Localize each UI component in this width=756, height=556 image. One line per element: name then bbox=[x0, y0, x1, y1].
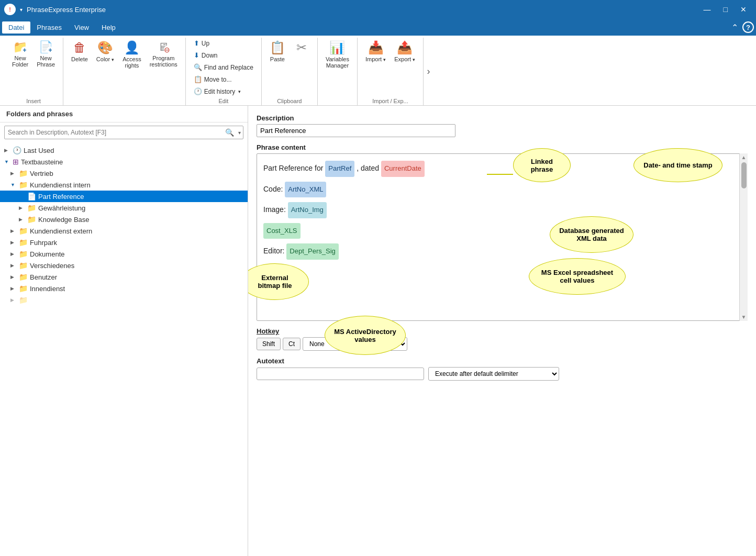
delete-button[interactable]: 🗑 Delete bbox=[68, 38, 92, 65]
part-ref-tag: PartRef bbox=[325, 161, 354, 177]
edit-main-group-items: 🗑 Delete 🎨 Color ▾ 👤 Accessrights 🖥 ⊖ Pr… bbox=[68, 38, 181, 103]
autotext-row: Execute after default delimiter bbox=[257, 367, 748, 381]
import-button[interactable]: 📥 Import ▾ bbox=[362, 38, 390, 65]
tree-label-gewahrleistung: Gewährleistung bbox=[38, 204, 85, 212]
hotkey-shift-button[interactable]: Shift bbox=[257, 338, 281, 350]
callout-ms-excel: MS Excel spreadsheetcell values bbox=[529, 258, 626, 295]
import-export-group-label: Import / Exp... bbox=[362, 97, 419, 105]
edit-history-icon: 🕐 bbox=[194, 87, 202, 95]
sidebar-search-bar[interactable]: 🔍 ▾ bbox=[4, 126, 243, 139]
help-icon[interactable]: ? bbox=[742, 21, 754, 33]
phrase-text-1: Part Reference for bbox=[263, 164, 325, 172]
tree-arrow-dokumente: ▶ bbox=[10, 251, 17, 257]
move-to-button[interactable]: 📋 Move to... bbox=[190, 74, 257, 85]
folder-icon-kundendienst-extern: 📁 bbox=[19, 227, 28, 235]
hotkey-ctrl-button[interactable]: Ct bbox=[283, 338, 301, 350]
tree-label-fuhrpark: Fuhrpark bbox=[30, 239, 57, 247]
tree-item-verschiedenes[interactable]: ▶ 📁 Verschiedenes bbox=[0, 260, 248, 271]
collapse-ribbon-icon[interactable]: ⌃ bbox=[731, 23, 738, 32]
menu-help[interactable]: Help bbox=[95, 21, 122, 34]
tree-item-part-reference[interactable]: 📄 Part Reference bbox=[0, 191, 248, 202]
folder-icon-benutzer: 📁 bbox=[19, 273, 28, 281]
variables-manager-label: VariablesManager bbox=[326, 56, 349, 69]
search-icon[interactable]: 🔍 bbox=[223, 126, 236, 139]
paste-button[interactable]: 📋 Paste bbox=[266, 38, 289, 65]
access-rights-icon: 👤 bbox=[124, 40, 140, 55]
up-button[interactable]: ⬆ Up bbox=[190, 38, 257, 49]
tree-label-kundendienst-extern: Kundendienst extern bbox=[30, 227, 92, 235]
tree-arrow-fuhrpark: ▶ bbox=[10, 240, 17, 245]
clock-icon: 🕐 bbox=[13, 146, 21, 154]
tree-item-extra[interactable]: ▶ 📁 bbox=[0, 294, 248, 306]
new-phrase-button[interactable]: 📄 + NewPhrase bbox=[33, 38, 59, 70]
phrase-text-2: , dated bbox=[357, 164, 381, 172]
description-input[interactable] bbox=[257, 124, 455, 137]
phrase-line-2: Code: ArtNo_XML bbox=[263, 181, 735, 198]
variables-manager-icon: 📊 bbox=[329, 40, 345, 55]
tree-item-dokumente[interactable]: ▶ 📁 Dokumente bbox=[0, 248, 248, 260]
menu-phrases[interactable]: Phrases bbox=[30, 21, 68, 34]
search-input[interactable] bbox=[5, 127, 223, 138]
export-button[interactable]: 📤 Export ▾ bbox=[391, 38, 419, 65]
scrollbar[interactable]: ▲ ▼ bbox=[739, 153, 748, 321]
menu-view[interactable]: View bbox=[68, 21, 95, 34]
tree-item-fuhrpark[interactable]: ▶ 📁 Fuhrpark bbox=[0, 237, 248, 248]
tree-item-gewahrleistung[interactable]: ▶ 📁 Gewährleistung bbox=[0, 202, 248, 214]
autotext-input[interactable] bbox=[257, 368, 424, 380]
access-rights-button[interactable]: 👤 Accessrights bbox=[119, 38, 144, 71]
access-rights-label: Accessrights bbox=[123, 56, 141, 69]
paste-label: Paste bbox=[270, 56, 285, 62]
tree-item-kundendienst-intern[interactable]: ▼ 📁 Kundendienst intern bbox=[0, 179, 248, 191]
tree-item-knowledge-base[interactable]: ▶ 📁 Knowledge Base bbox=[0, 214, 248, 225]
ribbon-group-clipboard: 📋 Paste ✂ Clipboard bbox=[262, 38, 318, 105]
folder-icon-verschiedenes: 📁 bbox=[19, 261, 28, 270]
close-button[interactable]: ✕ bbox=[735, 3, 752, 16]
dept-pers-sig-tag: Dept_Pers_Sig bbox=[286, 243, 338, 260]
phrase-line-3: Image: ArtNo_Img bbox=[263, 202, 735, 218]
menu-datei[interactable]: Datei bbox=[2, 21, 30, 34]
tree-label-textbausteine: Textbausteine bbox=[21, 158, 63, 166]
up-icon: ⬆ bbox=[194, 39, 199, 47]
app-title: PhraseExpress Enterprise bbox=[27, 6, 694, 14]
delete-icon: 🗑 bbox=[73, 40, 86, 55]
search-dropdown-icon[interactable]: ▾ bbox=[236, 128, 243, 138]
program-restrictions-button[interactable]: 🖥 ⊖ Programrestrictions bbox=[146, 38, 181, 70]
down-button[interactable]: ⬇ Down bbox=[190, 50, 257, 61]
autotext-section: Autotext Execute after default delimiter bbox=[257, 357, 748, 381]
folder-icon-extra: 📁 bbox=[19, 296, 28, 304]
color-button[interactable]: 🎨 Color ▾ bbox=[93, 38, 118, 65]
window-controls: — □ ✕ bbox=[698, 3, 752, 16]
tree-item-vertrieb[interactable]: ▶ 📁 Vertrieb bbox=[0, 168, 248, 179]
title-bar: ! ▾ PhraseExpress Enterprise — □ ✕ bbox=[0, 0, 756, 19]
scroll-down-arrow[interactable]: ▼ bbox=[741, 314, 747, 320]
callout-linked-phrase: Linkedphrase bbox=[513, 148, 571, 182]
minimize-button[interactable]: — bbox=[698, 3, 716, 16]
find-replace-button[interactable]: 🔍 Find and Replace bbox=[190, 62, 257, 73]
folder-icon-gewahrleistung: 📁 bbox=[27, 204, 36, 212]
paste-icon: 📋 bbox=[270, 40, 285, 55]
program-restrictions-label: Programrestrictions bbox=[150, 55, 177, 68]
insert-group-label: Insert bbox=[8, 97, 59, 105]
autotext-select[interactable]: Execute after default delimiter bbox=[428, 367, 559, 381]
tree-item-textbausteine[interactable]: ▼ ⊞ Textbausteine bbox=[0, 156, 248, 168]
tree-item-kundendienst-extern[interactable]: ▶ 📁 Kundendienst extern bbox=[0, 225, 248, 237]
maximize-button[interactable]: □ bbox=[718, 3, 733, 16]
new-folder-button[interactable]: 📁 + NewFolder bbox=[8, 38, 32, 70]
title-dropdown[interactable]: ▾ bbox=[20, 7, 23, 13]
menu-bar: Datei Phrases View Help ⌃ ? bbox=[0, 19, 756, 36]
callout-ms-excel-text: MS Excel spreadsheetcell values bbox=[541, 269, 613, 284]
variables-manager-button[interactable]: 📊 VariablesManager bbox=[322, 38, 353, 71]
ribbon-group-edit-main: 🗑 Delete 🎨 Color ▾ 👤 Accessrights 🖥 ⊖ Pr… bbox=[63, 38, 186, 105]
edit-history-button[interactable]: 🕐 Edit history ▾ bbox=[190, 86, 257, 97]
tree-item-benutzer[interactable]: ▶ 📁 Benutzer bbox=[0, 271, 248, 283]
scroll-up-arrow[interactable]: ▲ bbox=[741, 154, 747, 160]
find-replace-label: Find and Replace bbox=[204, 64, 253, 71]
scissors-button[interactable]: ✂ bbox=[290, 38, 313, 58]
artno-xml-tag: ArtNo_XML bbox=[285, 182, 326, 198]
tree-item-innendienst[interactable]: ▶ 📁 Innendienst bbox=[0, 283, 248, 294]
export-icon: 📤 bbox=[397, 40, 413, 55]
move-to-label: Move to... bbox=[204, 76, 232, 83]
tree-arrow-kundendienst-extern: ▶ bbox=[10, 228, 17, 233]
tree-item-last-used[interactable]: ▶ 🕐 Last Used bbox=[0, 144, 248, 156]
ribbon-expand-icon[interactable]: › bbox=[423, 38, 433, 105]
